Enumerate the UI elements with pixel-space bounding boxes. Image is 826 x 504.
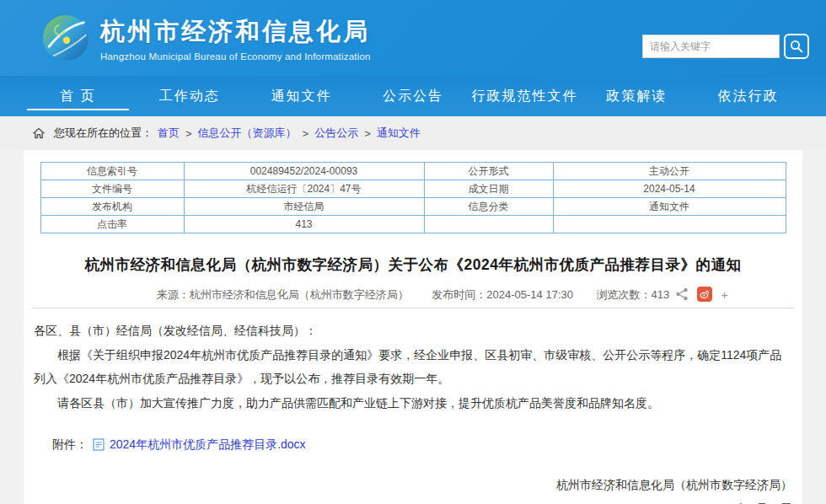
breadcrumb-separator: > bbox=[185, 127, 192, 140]
table-row: 发布机构 市经信局 信息分类 通知文件 bbox=[40, 198, 786, 216]
meta-label-disclosure-form: 公开形式 bbox=[424, 163, 553, 180]
site-title: 杭州市经济和信息化局 bbox=[100, 15, 371, 49]
attachment-link[interactable]: 2024年杭州市优质产品推荐目录.docx bbox=[110, 437, 306, 453]
breadcrumb-link-notices[interactable]: 通知文件 bbox=[377, 126, 421, 141]
article-paragraph: 请各区县（市）加大宣传推广力度，助力产品供需匹配和产业链上下游对接，提升优质杭产… bbox=[34, 391, 792, 416]
meta-label-issuing-agency: 发布机构 bbox=[40, 198, 184, 216]
site-header: 杭州市经济和信息化局 Hangzhou Municipal Bureau of … bbox=[0, 0, 826, 76]
breadcrumb-prefix: 您现在所在的位置： bbox=[54, 126, 153, 141]
main-nav: 首 页 工作动态 通知文件 公示公告 行政规范性文件 政策解读 依法行政 bbox=[0, 76, 826, 116]
home-icon[interactable] bbox=[32, 126, 46, 140]
meta-empty-cell bbox=[553, 216, 786, 233]
meta-value-disclosure-form: 主动公开 bbox=[553, 163, 786, 180]
nav-item-announcements[interactable]: 公示公告 bbox=[357, 76, 469, 116]
search-icon bbox=[790, 40, 803, 53]
meta-label-info-category: 信息分类 bbox=[424, 198, 553, 216]
article-paragraph: 根据《关于组织申报2024年杭州市优质产品推荐目录的通知》要求，经企业申报、区县… bbox=[34, 343, 792, 391]
meta-empty-cell bbox=[424, 216, 553, 233]
article-source: 来源：杭州市经济和信息化局（杭州市数字经济局） bbox=[157, 288, 409, 301]
meta-label-document-number: 文件编号 bbox=[40, 180, 184, 198]
signature-agency: 杭州市经济和信息化局（杭州市数字经济局） bbox=[24, 473, 792, 496]
article-title: 杭州市经济和信息化局（杭州市数字经济局）关于公布《2024年杭州市优质产品推荐目… bbox=[39, 255, 787, 275]
nav-item-home[interactable]: 首 页 bbox=[22, 76, 134, 116]
doc-file-icon bbox=[93, 438, 105, 451]
nav-item-work-news[interactable]: 工作动态 bbox=[134, 76, 246, 116]
article-publish-time: 发布时间：2024-05-14 17:30 bbox=[432, 288, 573, 301]
attachment-row: 附件： 2024年杭州市优质产品推荐目录.docx bbox=[52, 437, 802, 453]
site-logo-icon bbox=[42, 14, 89, 62]
breadcrumb-separator: > bbox=[303, 127, 309, 140]
meta-value-document-number: 杭经信运行〔2024〕47号 bbox=[184, 180, 424, 198]
document-meta-table: 信息索引号 002489452/2024-00093 公开形式 主动公开 文件编… bbox=[40, 162, 786, 233]
article-body: 各区、县（市）经信局（发改经信局、经信科技局）： 根据《关于组织申报2024年杭… bbox=[24, 308, 802, 416]
breadcrumb-link-announcements[interactable]: 公告公示 bbox=[314, 126, 358, 141]
breadcrumb-link-home[interactable]: 首页 bbox=[158, 126, 180, 141]
nav-item-regulatory-docs[interactable]: 行政规范性文件 bbox=[469, 76, 581, 116]
meta-value-click-count: 413 bbox=[184, 216, 424, 233]
article-paragraph: 各区、县（市）经信局（发改经信局、经信科技局）： bbox=[34, 319, 792, 343]
meta-value-issuing-agency: 市经信局 bbox=[184, 198, 424, 216]
meta-value-info-category: 通知文件 bbox=[553, 198, 786, 216]
search-input[interactable] bbox=[642, 35, 780, 58]
meta-label-click-count: 点击率 bbox=[40, 216, 184, 233]
attachment-label: 附件： bbox=[52, 437, 88, 453]
nav-item-policy-interpretation[interactable]: 政策解读 bbox=[581, 76, 693, 116]
table-row: 点击率 413 bbox=[40, 216, 786, 233]
site-subtitle: Hangzhou Municipal Bureau of Economy and… bbox=[100, 51, 371, 62]
meta-value-index-number: 002489452/2024-00093 bbox=[184, 163, 424, 180]
search-area bbox=[642, 34, 809, 59]
article-meta-line: 来源：杭州市经济和信息化局（杭州市数字经济局） 发布时间：2024-05-14 … bbox=[32, 287, 794, 308]
meta-value-issue-date: 2024-05-14 bbox=[553, 180, 786, 198]
share-icon[interactable] bbox=[675, 287, 689, 301]
content-container: 信息索引号 002489452/2024-00093 公开形式 主动公开 文件编… bbox=[24, 150, 802, 504]
more-share-icon[interactable]: + bbox=[721, 288, 728, 301]
breadcrumb-separator: > bbox=[364, 127, 371, 140]
table-row: 文件编号 杭经信运行〔2024〕47号 成文日期 2024-05-14 bbox=[40, 180, 786, 198]
signature-date: 2024年5月13日 bbox=[24, 496, 792, 504]
nav-item-notices[interactable]: 通知文件 bbox=[245, 76, 357, 116]
meta-label-index-number: 信息索引号 bbox=[40, 163, 184, 180]
search-button[interactable] bbox=[784, 34, 809, 59]
table-row: 信息索引号 002489452/2024-00093 公开形式 主动公开 bbox=[40, 163, 786, 180]
signature-block: 杭州市经济和信息化局（杭州市数字经济局） 2024年5月13日 bbox=[24, 473, 802, 504]
weibo-share-icon[interactable] bbox=[697, 287, 712, 302]
breadcrumb-link-info-disclosure[interactable]: 信息公开（资源库） bbox=[198, 126, 297, 141]
breadcrumb: 您现在所在的位置： 首页 > 信息公开（资源库） > 公告公示 > 通知文件 bbox=[0, 116, 826, 150]
nav-item-law-administration[interactable]: 依法行政 bbox=[692, 76, 804, 116]
site-brand[interactable]: 杭州市经济和信息化局 Hangzhou Municipal Bureau of … bbox=[42, 14, 371, 62]
article-view-count: 浏览次数：413 bbox=[597, 288, 670, 301]
meta-label-issue-date: 成文日期 bbox=[424, 180, 553, 198]
